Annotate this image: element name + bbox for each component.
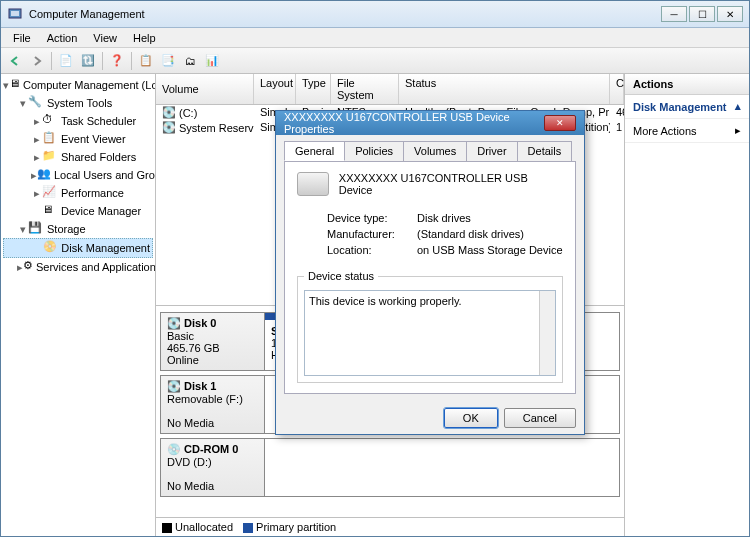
dialog-title: XXXXXXXX U167CONTROLLER USB Device Prope…: [284, 111, 544, 135]
actions-pane: Actions Disk Management ▴ More Actions ▸: [625, 74, 749, 536]
dialog-close-button[interactable]: ✕: [544, 115, 576, 131]
disk-info: 💽 Disk 1 Removable (F:) No Media: [161, 376, 265, 433]
col-fs[interactable]: File System: [331, 74, 399, 104]
volume-list-header: Volume Layout Type File System Status C: [156, 74, 624, 105]
minimize-button[interactable]: ─: [661, 6, 687, 22]
help-button[interactable]: ❓: [107, 51, 127, 71]
tree-sharedfolders[interactable]: ▸📁Shared Folders: [3, 148, 153, 166]
device-status-legend: Device status: [304, 270, 378, 282]
menu-view[interactable]: View: [85, 30, 125, 46]
refresh-button[interactable]: 🔃: [78, 51, 98, 71]
actions-header: Actions: [625, 74, 749, 95]
menu-file[interactable]: File: [5, 30, 39, 46]
toolbar: 📄 🔃 ❓ 📋 📑 🗂 📊: [1, 48, 749, 74]
drive-icon: 💽: [162, 121, 176, 134]
tab-driver[interactable]: Driver: [466, 141, 517, 161]
tree-storage[interactable]: ▾💾Storage: [3, 220, 153, 238]
tool4-button[interactable]: 📊: [202, 51, 222, 71]
dialog-titlebar[interactable]: XXXXXXXX U167CONTROLLER USB Device Prope…: [276, 111, 584, 135]
legend: Unallocated Primary partition: [156, 517, 624, 536]
collapse-icon: ▴: [735, 100, 741, 113]
actions-more[interactable]: More Actions ▸: [625, 119, 749, 143]
svg-rect-1: [11, 11, 19, 16]
tool3-button[interactable]: 🗂: [180, 51, 200, 71]
disk-row[interactable]: 💿 CD-ROM 0 DVD (D:) No Media: [160, 438, 620, 497]
tree-systools[interactable]: ▾🔧System Tools: [3, 94, 153, 112]
app-icon: [7, 6, 23, 22]
forward-button[interactable]: [27, 51, 47, 71]
drive-icon: 💽: [162, 106, 176, 119]
tab-body-general: XXXXXXXX U167CONTROLLER USB Device Devic…: [284, 161, 576, 394]
disk-info: 💿 CD-ROM 0 DVD (D:) No Media: [161, 439, 265, 496]
tree-servapps[interactable]: ▸⚙Services and Applications: [3, 258, 153, 276]
mfr-label: Manufacturer:: [327, 228, 417, 240]
window-title: Computer Management: [29, 8, 661, 20]
scrollbar[interactable]: [539, 291, 555, 375]
cancel-button[interactable]: Cancel: [504, 408, 576, 428]
devtype-value: Disk drives: [417, 212, 471, 224]
mfr-value: (Standard disk drives): [417, 228, 524, 240]
col-status[interactable]: Status: [399, 74, 610, 104]
tree-localusers[interactable]: ▸👥Local Users and Groups: [3, 166, 153, 184]
tree-diskmgmt[interactable]: 📀Disk Management: [3, 238, 153, 258]
tool1-button[interactable]: 📋: [136, 51, 156, 71]
tab-general[interactable]: General: [284, 141, 345, 161]
col-type[interactable]: Type: [296, 74, 331, 104]
maximize-button[interactable]: ☐: [689, 6, 715, 22]
tab-details[interactable]: Details: [517, 141, 573, 161]
tree-root[interactable]: ▾🖥Computer Management (Local: [3, 76, 153, 94]
loc-label: Location:: [327, 244, 417, 256]
close-button[interactable]: ✕: [717, 6, 743, 22]
titlebar: Computer Management ─ ☐ ✕: [1, 1, 749, 28]
ok-button[interactable]: OK: [444, 408, 498, 428]
tree-performance[interactable]: ▸📈Performance: [3, 184, 153, 202]
devtype-label: Device type:: [327, 212, 417, 224]
col-c[interactable]: C: [610, 74, 624, 104]
tab-volumes[interactable]: Volumes: [403, 141, 467, 161]
nav-tree: ▾🖥Computer Management (Local ▾🔧System To…: [1, 74, 156, 536]
col-layout[interactable]: Layout: [254, 74, 296, 104]
device-status-group: Device status This device is working pro…: [297, 270, 563, 383]
device-icon: [297, 172, 329, 196]
col-volume[interactable]: Volume: [156, 74, 254, 104]
tree-devicemgr[interactable]: 🖥Device Manager: [3, 202, 153, 220]
properties-dialog: XXXXXXXX U167CONTROLLER USB Device Prope…: [275, 110, 585, 435]
device-status-text: This device is working properly.: [309, 295, 462, 307]
tree-tasksched[interactable]: ▸⏱Task Scheduler: [3, 112, 153, 130]
loc-value: on USB Mass Storage Device: [417, 244, 563, 256]
tool2-button[interactable]: 📑: [158, 51, 178, 71]
chevron-right-icon: ▸: [735, 124, 741, 137]
tab-policies[interactable]: Policies: [344, 141, 404, 161]
tree-eventviewer[interactable]: ▸📋Event Viewer: [3, 130, 153, 148]
up-button[interactable]: 📄: [56, 51, 76, 71]
menu-action[interactable]: Action: [39, 30, 86, 46]
back-button[interactable]: [5, 51, 25, 71]
actions-diskmgmt[interactable]: Disk Management ▴: [625, 95, 749, 119]
menu-help[interactable]: Help: [125, 30, 164, 46]
dialog-tabs: General Policies Volumes Driver Details: [276, 135, 584, 161]
device-status-box: This device is working properly.: [304, 290, 556, 376]
device-name: XXXXXXXX U167CONTROLLER USB Device: [339, 172, 563, 196]
disk-info: 💽 Disk 0 Basic 465.76 GB Online: [161, 313, 265, 370]
menubar: File Action View Help: [1, 28, 749, 48]
